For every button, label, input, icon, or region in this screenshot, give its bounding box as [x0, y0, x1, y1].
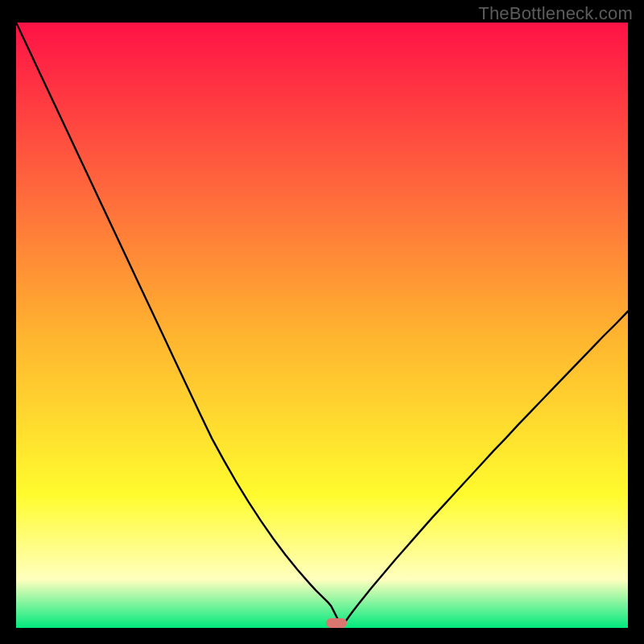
watermark-text: TheBottleneck.com: [478, 3, 633, 24]
gradient-background: [16, 23, 628, 628]
optimal-marker: [326, 618, 347, 628]
plot-area: [16, 23, 628, 628]
chart-svg: [16, 23, 628, 628]
chart-frame: TheBottleneck.com: [0, 0, 644, 644]
